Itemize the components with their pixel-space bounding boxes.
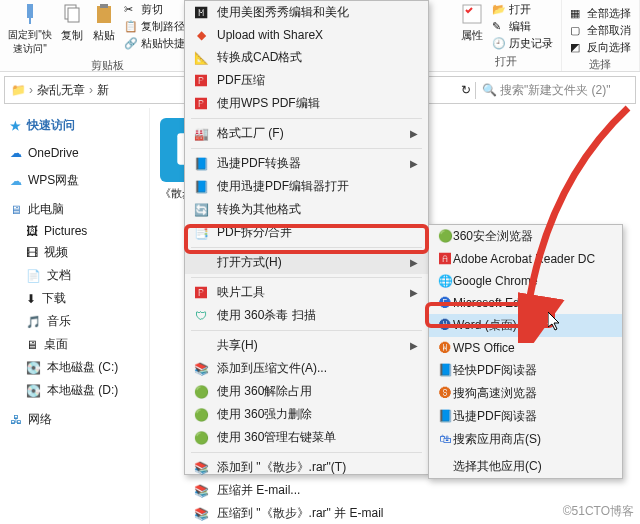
chevron-right-icon: ▶ bbox=[410, 257, 418, 268]
sidebar-thispc[interactable]: 🖥此电脑 bbox=[4, 198, 145, 221]
sub-light[interactable]: 📘轻快PDF阅读器 bbox=[429, 359, 622, 382]
sub-light-label: 轻快PDF阅读器 bbox=[453, 363, 537, 377]
select-all-button[interactable]: ▦ 全部选择 bbox=[570, 6, 631, 21]
select-invert-button[interactable]: ◩ 反向选择 bbox=[570, 40, 631, 55]
360-icon: 🟢 bbox=[193, 430, 209, 446]
mi-split-label: PDF拆分/合并 bbox=[217, 224, 292, 241]
mi-split[interactable]: 📑PDF拆分/合并 bbox=[185, 221, 428, 244]
pin-icon bbox=[18, 2, 42, 26]
sidebar-downloads-label: 下载 bbox=[42, 290, 66, 307]
mi-xunjie[interactable]: 📘迅捷PDF转换器▶ bbox=[185, 152, 428, 175]
select-none-button[interactable]: ▢ 全部取消 bbox=[570, 23, 631, 38]
copy-icon bbox=[60, 2, 84, 26]
sidebar-video[interactable]: 🎞视频 bbox=[4, 241, 145, 264]
sub-edge[interactable]: 🅔Microsoft Edge bbox=[429, 292, 622, 314]
mi-pictool[interactable]: 🅿映片工具▶ bbox=[185, 281, 428, 304]
sidebar-onedrive[interactable]: ☁OneDrive bbox=[4, 143, 145, 163]
context-menu: 🅼使用美图秀秀编辑和美化 ◆Upload with ShareX 📐转换成CAD… bbox=[184, 0, 429, 475]
mi-addto[interactable]: 📚添加到 "《散步》.rar"(T) bbox=[185, 456, 428, 479]
sidebar-diskc-label: 本地磁盘 (C:) bbox=[47, 359, 118, 376]
paste-button[interactable]: 粘贴 bbox=[92, 2, 116, 43]
mi-addto-label: 添加到 "《散步》.rar"(T) bbox=[217, 459, 346, 476]
history-button[interactable]: 🕘 历史记录 bbox=[492, 36, 553, 51]
crumb-2[interactable]: 新 bbox=[97, 82, 109, 99]
cursor-icon bbox=[548, 312, 564, 332]
sidebar-desktop-label: 桌面 bbox=[44, 336, 68, 353]
360-icon: 🟢 bbox=[437, 228, 453, 244]
sidebar-onedrive-label: OneDrive bbox=[28, 146, 79, 160]
props-button[interactable]: 属性 bbox=[460, 2, 484, 43]
cut-label: 剪切 bbox=[141, 3, 163, 15]
watermark: ©51CTO博客 bbox=[563, 503, 634, 520]
sub-acrobat[interactable]: 🅰Adobe Acrobat Reader DC bbox=[429, 248, 622, 270]
pc-icon: 🖥 bbox=[10, 203, 22, 217]
edge-icon: 🅔 bbox=[437, 295, 453, 311]
mi-share[interactable]: 共享(H)▶ bbox=[185, 334, 428, 357]
mi-convert[interactable]: 🔄转换为其他格式 bbox=[185, 198, 428, 221]
mi-cad[interactable]: 📐转换成CAD格式 bbox=[185, 46, 428, 69]
sub-chrome[interactable]: 🌐Google Chrome bbox=[429, 270, 622, 292]
rar-icon: 📚 bbox=[193, 361, 209, 377]
sidebar-quick[interactable]: ★快速访问 bbox=[4, 114, 145, 137]
sidebar-music[interactable]: 🎵音乐 bbox=[4, 310, 145, 333]
selectnone-icon: ▢ bbox=[570, 24, 584, 38]
mi-emailrar[interactable]: 📚压缩到 "《散步》.rar" 并 E-mail bbox=[185, 502, 428, 524]
mi-openwith[interactable]: 打开方式(H)▶ bbox=[185, 251, 428, 274]
mi-pdfzip[interactable]: 🅿PDF压缩 bbox=[185, 69, 428, 92]
paste-icon bbox=[92, 2, 116, 26]
sub-word[interactable]: 🅦Word (桌面) bbox=[429, 314, 622, 337]
pictures-icon: 🖼 bbox=[26, 224, 38, 238]
mi-unlock360[interactable]: 🟢使用 360解除占用 bbox=[185, 380, 428, 403]
mi-wpspdf[interactable]: 🅿使用WPS PDF编辑 bbox=[185, 92, 428, 115]
pin-button[interactable]: 固定到"快速访问" bbox=[8, 2, 52, 56]
separator bbox=[191, 148, 422, 149]
edit-button[interactable]: ✎ 编辑 bbox=[492, 19, 553, 34]
search-box[interactable]: 🔍 搜索"新建文件夹 (2)" bbox=[475, 82, 635, 99]
sub-chrome-label: Google Chrome bbox=[453, 274, 538, 288]
separator bbox=[191, 330, 422, 331]
mi-rightmenu360[interactable]: 🟢使用 360管理右键菜单 bbox=[185, 426, 428, 449]
sidebar-downloads[interactable]: ⬇下载 bbox=[4, 287, 145, 310]
sidebar-wps[interactable]: ☁WPS网盘 bbox=[4, 169, 145, 192]
mi-addzip[interactable]: 📚添加到压缩文件(A)... bbox=[185, 357, 428, 380]
select-group-label: 选择 bbox=[589, 57, 611, 72]
mi-meitu[interactable]: 🅼使用美图秀秀编辑和美化 bbox=[185, 1, 428, 24]
mi-scan360[interactable]: 🛡使用 360杀毒 扫描 bbox=[185, 304, 428, 327]
open-group: 属性 📂 打开 ✎ 编辑 🕘 历史记录 打开 bbox=[452, 0, 562, 71]
mi-sharex[interactable]: ◆Upload with ShareX bbox=[185, 24, 428, 46]
network-icon: 🖧 bbox=[10, 413, 22, 427]
wps-icon: 🅿 bbox=[193, 96, 209, 112]
mi-factory[interactable]: 🏭格式工厂 (F)▶ bbox=[185, 122, 428, 145]
mi-force360[interactable]: 🟢使用 360强力删除 bbox=[185, 403, 428, 426]
open-button[interactable]: 📂 打开 bbox=[492, 2, 553, 17]
sub-xunjie[interactable]: 📘迅捷PDF阅读器 bbox=[429, 405, 622, 428]
sub-store[interactable]: 🛍搜索应用商店(S) bbox=[429, 428, 622, 451]
history-label: 历史记录 bbox=[509, 37, 553, 49]
sidebar-network[interactable]: 🖧网络 bbox=[4, 408, 145, 431]
mi-email[interactable]: 📚压缩并 E-mail... bbox=[185, 479, 428, 502]
rar-icon: 📚 bbox=[193, 460, 209, 476]
sub-store-label: 搜索应用商店(S) bbox=[453, 432, 541, 446]
mi-addzip-label: 添加到压缩文件(A)... bbox=[217, 360, 327, 377]
sub-360safe[interactable]: 🟢360安全浏览器 bbox=[429, 225, 622, 248]
sidebar-diskd[interactable]: 💽本地磁盘 (D:) bbox=[4, 379, 145, 402]
mi-meitu-label: 使用美图秀秀编辑和美化 bbox=[217, 4, 349, 21]
open-group-label: 打开 bbox=[495, 54, 517, 69]
refresh-button[interactable]: ↻ bbox=[457, 83, 475, 97]
mi-unlock360-label: 使用 360解除占用 bbox=[217, 383, 312, 400]
copy-button[interactable]: 复制 bbox=[60, 2, 84, 43]
sub-wps[interactable]: 🅦WPS Office bbox=[429, 337, 622, 359]
sub-sogou[interactable]: 🅢搜狗高速浏览器 bbox=[429, 382, 622, 405]
sidebar-docs[interactable]: 📄文档 bbox=[4, 264, 145, 287]
sidebar-thispc-label: 此电脑 bbox=[28, 201, 64, 218]
sidebar-diskc[interactable]: 💽本地磁盘 (C:) bbox=[4, 356, 145, 379]
rar-icon: 📚 bbox=[193, 483, 209, 499]
sidebar-desktop[interactable]: 🖥桌面 bbox=[4, 333, 145, 356]
mi-xunjieedit[interactable]: 📘使用迅捷PDF编辑器打开 bbox=[185, 175, 428, 198]
crumb-1[interactable]: 杂乱无章 bbox=[37, 82, 85, 99]
sub-choose[interactable]: 选择其他应用(C) bbox=[429, 451, 622, 478]
blank-icon bbox=[193, 255, 209, 271]
360-icon: 🟢 bbox=[193, 407, 209, 423]
rar-icon: 📚 bbox=[193, 506, 209, 522]
sidebar-pictures[interactable]: 🖼Pictures bbox=[4, 221, 145, 241]
